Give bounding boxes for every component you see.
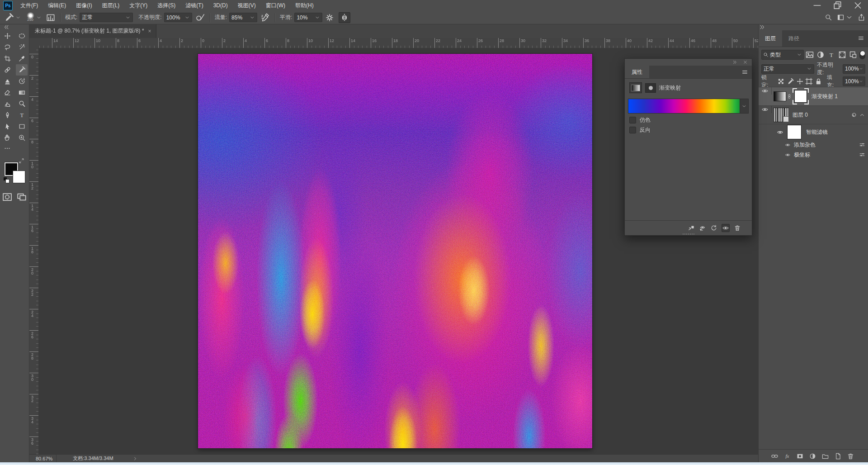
airbrush-toggle[interactable]	[260, 13, 271, 23]
smart-filter-name[interactable]: 添加杂色	[794, 141, 816, 149]
smoothing-select[interactable]: 10%	[294, 13, 322, 22]
filter-type-layers-button[interactable]: T	[826, 50, 836, 59]
delete-layer-button[interactable]	[847, 452, 854, 460]
panel-menu-icon[interactable]	[858, 35, 864, 42]
filter-smart-object-layers-button[interactable]	[848, 50, 858, 59]
collapse-smart-filters-icon[interactable]	[859, 112, 865, 118]
new-adjustment-layer-button[interactable]	[809, 452, 816, 460]
view-previous-state-button[interactable]	[699, 224, 706, 232]
ruler-vertical[interactable]: 024681 01 21 41 61 82 02 22 42 62 83 03 …	[29, 48, 39, 455]
gradient-editor[interactable]	[628, 99, 749, 114]
zoom-tool[interactable]	[16, 132, 28, 143]
clip-to-layer-button[interactable]	[688, 224, 695, 232]
pressure-opacity-toggle[interactable]	[195, 13, 206, 23]
lock-all-button[interactable]	[814, 77, 823, 85]
delete-adjustment-button[interactable]	[734, 224, 741, 232]
tab-layers[interactable]: 图层	[759, 30, 782, 47]
eraser-tool[interactable]	[1, 87, 13, 98]
lock-transparency-button[interactable]	[776, 77, 786, 85]
opacity-select[interactable]: 100%	[164, 13, 192, 22]
pen-tool[interactable]	[1, 109, 13, 121]
layer-opacity-select[interactable]: 100%	[843, 64, 865, 74]
new-group-button[interactable]	[821, 452, 829, 460]
menu-image[interactable]: 图像(I)	[71, 0, 97, 11]
brush-settings-panel-toggle[interactable]	[45, 13, 56, 23]
layer-row-layer0[interactable]: 图层 0	[759, 106, 868, 124]
smart-filter-indicator-icon[interactable]	[851, 112, 857, 118]
layer-row-gradient-map[interactable]: 渐变映射 1	[759, 87, 868, 106]
workspace-switcher[interactable]	[837, 14, 853, 21]
menu-view[interactable]: 视图(V)	[233, 0, 261, 11]
filter-visibility-toggle[interactable]	[785, 152, 791, 158]
flow-select[interactable]: 85%	[229, 13, 257, 22]
reset-adjustment-button[interactable]	[710, 224, 717, 232]
toggle-visibility-button[interactable]	[722, 224, 730, 232]
quick-mask-toggle[interactable]	[1, 191, 13, 203]
menu-3d[interactable]: 3D(D)	[208, 0, 233, 11]
layer-visibility-toggle[interactable]	[759, 106, 772, 113]
smart-filter-row-polar-coordinates[interactable]: 极坐标	[759, 150, 868, 160]
lasso-tool[interactable]	[1, 42, 13, 53]
history-brush-tool[interactable]	[16, 76, 28, 87]
ruler-horizontal[interactable]: 1412108642024681012141618202224262830323…	[38, 38, 759, 48]
background-color[interactable]	[13, 171, 25, 183]
filter-blending-options-icon[interactable]	[859, 142, 865, 148]
filter-image-layers-button[interactable]	[805, 50, 815, 59]
zoom-level-field[interactable]: 80.67%	[29, 455, 57, 462]
swap-colors-icon[interactable]	[19, 158, 24, 164]
adjustment-layer-thumbnail[interactable]	[774, 91, 786, 101]
layer-fill-select[interactable]: 100%	[843, 76, 865, 86]
close-button[interactable]	[848, 0, 868, 11]
menu-type[interactable]: 文字(Y)	[124, 0, 152, 11]
brush-tip-picker[interactable]: 250	[24, 12, 36, 23]
new-layer-button[interactable]	[834, 452, 842, 460]
filter-blending-options-icon[interactable]	[859, 152, 865, 158]
gradient-preview[interactable]	[628, 99, 740, 113]
menu-select[interactable]: 选择(S)	[152, 0, 180, 11]
panel-collapse[interactable]	[759, 24, 769, 30]
layer-style-button[interactable]: fx	[783, 452, 791, 460]
menu-file[interactable]: 文件(F)	[15, 0, 43, 11]
status-options-chevron[interactable]	[132, 456, 138, 461]
mask-link-icon[interactable]	[787, 93, 792, 100]
document-tab[interactable]: 未标题-1 @ 80.7% (渐变映射 1, 图层蒙版/8) * ×	[29, 24, 156, 38]
layer-mask-thumbnail[interactable]	[793, 88, 809, 104]
eyedropper-tool[interactable]	[16, 53, 28, 64]
path-select-tool[interactable]	[1, 121, 13, 132]
smudge-tool[interactable]	[1, 98, 13, 109]
lock-artboard-button[interactable]	[804, 77, 814, 85]
hand-tool[interactable]	[1, 132, 13, 143]
smart-filter-row-add-noise[interactable]: 添加杂色	[759, 140, 868, 150]
document-size-info[interactable]: 文档:3.34M/3.34M	[73, 455, 113, 462]
screen-mode-toggle[interactable]	[16, 191, 28, 203]
layer-visibility-toggle[interactable]	[759, 87, 772, 95]
filter-visibility-toggle[interactable]	[785, 142, 791, 148]
panel-menu-icon[interactable]	[741, 69, 748, 76]
menu-edit[interactable]: 编辑(E)	[43, 0, 71, 11]
collapse-panel-icon[interactable]	[732, 60, 737, 65]
filter-adjustment-layers-button[interactable]	[816, 50, 826, 59]
tab-properties[interactable]: 属性	[625, 66, 649, 78]
layer-thumbnail[interactable]	[774, 108, 789, 122]
shape-tool[interactable]	[16, 121, 28, 132]
smoothing-options-gear[interactable]	[324, 13, 335, 23]
mask-badge-icon[interactable]	[645, 83, 656, 93]
edit-toolbar-button[interactable]	[0, 143, 11, 153]
dither-checkbox[interactable]	[629, 117, 636, 123]
healing-brush-tool[interactable]	[1, 64, 13, 76]
clone-stamp-tool[interactable]	[1, 76, 13, 87]
lock-position-button[interactable]	[795, 77, 805, 85]
lock-paint-button[interactable]	[786, 77, 795, 85]
brush-tool[interactable]	[16, 64, 28, 76]
add-layer-mask-button[interactable]	[796, 452, 804, 460]
menu-filter[interactable]: 滤镜(T)	[180, 0, 208, 11]
smart-filters-row[interactable]: 智能滤镜	[759, 124, 868, 140]
marquee-tool[interactable]	[16, 30, 28, 42]
restore-button[interactable]	[827, 0, 848, 11]
type-tool[interactable]: T	[16, 109, 28, 121]
link-layers-button[interactable]	[771, 452, 778, 460]
move-tool[interactable]	[1, 30, 13, 42]
menu-help[interactable]: 帮助(H)	[290, 0, 319, 11]
default-colors-icon[interactable]	[4, 177, 9, 183]
layer-filter-type-select[interactable]: 类型	[761, 50, 804, 60]
